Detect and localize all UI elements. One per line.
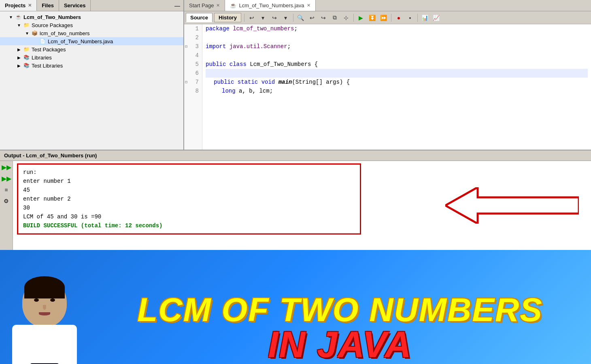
tree-item-java-file[interactable]: 📄 Lcm_of_Two_Numbers.java xyxy=(0,37,183,45)
person-nose xyxy=(43,305,46,310)
history-tab[interactable]: History xyxy=(214,13,241,22)
kw-public-2: public xyxy=(214,79,238,85)
kw-void: void xyxy=(261,79,278,85)
project-tree: ▼ ☕ Lcm_of_Two_Numbers ▼ 📁 Source Packag… xyxy=(0,11,183,150)
output-text-val1: 45 xyxy=(23,187,30,193)
toggle-libraries-icon[interactable]: ▶ xyxy=(16,55,22,60)
tree-item-libraries[interactable]: ▶ 📚 Libraries xyxy=(0,53,183,61)
ide-area: Projects ✕ Files Services — ▼ ☕ Lcm_of_T… xyxy=(0,0,591,150)
toolbar-run2-btn[interactable]: ⏬ xyxy=(367,13,378,23)
run-icon: ▶ xyxy=(359,15,363,21)
output-text-prompt1: enter number 1 xyxy=(23,178,71,184)
tab-java-file[interactable]: ☕ Lcm_of_Two_Numbers.java ✕ xyxy=(225,0,315,11)
svg-marker-0 xyxy=(445,187,579,224)
pkg-name: lcm_of_two_numbers xyxy=(233,25,294,32)
toggle-project-icon[interactable]: ▼ xyxy=(8,14,14,20)
toolbar-back-btn[interactable]: ↩ xyxy=(247,13,257,23)
tree-item-project[interactable]: ▼ ☕ Lcm_of_Two_Numbers xyxy=(0,13,183,21)
fold-icon-3[interactable]: ⊟ xyxy=(185,44,187,49)
code-area[interactable]: 1 2 ⊟3 4 5 6 ⊟7 8 package lcm_of_two_num… xyxy=(184,24,591,150)
tab-projects[interactable]: Projects ✕ xyxy=(0,0,37,11)
toolbar-run-btn[interactable]: ▶ xyxy=(356,13,366,23)
toggle-package-icon[interactable]: ▼ xyxy=(24,30,30,36)
editor-tabs: Start Page ✕ ☕ Lcm_of_Two_Numbers.java ✕ xyxy=(184,0,591,11)
toggle-file-icon xyxy=(32,38,38,44)
output-panel: Output - Lcm_of_Two_Numbers (run) ▶▶ ▶▶ … xyxy=(0,150,591,250)
output-settings-btn[interactable]: ⚙ xyxy=(2,197,11,205)
toolbar-separator-3 xyxy=(353,14,354,22)
person-eyes xyxy=(28,298,61,302)
toolbar-forward-btn[interactable]: ▾ xyxy=(258,13,268,23)
package-icon: 📦 xyxy=(31,30,38,36)
output-text-lcm: LCM of 45 and 30 is =90 xyxy=(23,214,101,220)
toggle-source-icon[interactable]: ▼ xyxy=(16,22,22,28)
toolbar-pause-btn[interactable]: ▪ xyxy=(405,13,415,23)
chart-icon: 📊 xyxy=(421,15,428,21)
panel-minimize-button[interactable]: — xyxy=(171,0,183,11)
code-editor-content[interactable]: package lcm_of_two_numbers; import java.… xyxy=(202,24,591,150)
tab-files[interactable]: Files xyxy=(37,0,59,11)
banner-text-area: LCM OF TWO NUMBERS IN JAVA FREE DOWNLOAD… xyxy=(89,285,591,364)
toolbar-fwd-arrow-btn[interactable]: ▾ xyxy=(281,13,291,23)
toggle-test-libraries-icon[interactable]: ▶ xyxy=(16,63,22,68)
source-tab[interactable]: Source xyxy=(186,13,213,22)
output-run-btn[interactable]: ▶▶ xyxy=(2,163,11,171)
tree-label-test-packages: Test Packages xyxy=(32,47,66,53)
method-main: main xyxy=(278,79,292,85)
run2-all-icon: ▶▶ xyxy=(2,175,11,182)
tree-label-source-packages: Source Packages xyxy=(32,22,73,28)
select-icon: ⊹ xyxy=(344,15,349,21)
output-sidebar: ▶▶ ▶▶ ■ ⚙ xyxy=(0,161,13,250)
tree-item-source-packages[interactable]: ▼ 📁 Source Packages xyxy=(0,21,183,29)
red-arrow xyxy=(445,187,579,224)
output-line-val1: 45 xyxy=(23,186,355,195)
toolbar-run3-btn[interactable]: ⏩ xyxy=(378,13,389,23)
tree-item-package[interactable]: ▼ 📦 lcm_of_two_numbers xyxy=(0,29,183,37)
toolbar-undo-btn[interactable]: ↩ xyxy=(307,13,317,23)
code-line-6 xyxy=(206,69,588,78)
fold-icon-7[interactable]: ⊟ xyxy=(185,80,187,85)
java-file-tab-icon: ☕ xyxy=(230,2,236,8)
output-line-run: run: xyxy=(23,168,355,177)
test-packages-icon: 📁 xyxy=(23,46,30,53)
toolbar-select-btn[interactable]: ⊹ xyxy=(341,13,351,23)
output-stop-btn[interactable]: ■ xyxy=(2,185,11,194)
close-java-file-icon[interactable]: ✕ xyxy=(307,3,310,8)
close-projects-icon[interactable]: ✕ xyxy=(28,3,32,8)
line-num-1: 1 xyxy=(184,24,202,33)
tree-label-test-libraries: Test Libraries xyxy=(32,63,63,69)
person-body: IT SOURCECODE FREE PROJECTS WITH SOURCE … xyxy=(12,325,77,364)
toolbar-stop-btn[interactable]: ● xyxy=(393,13,404,23)
toolbar-forward2-btn[interactable]: ↪ xyxy=(269,13,280,23)
toolbar-chart2-btn[interactable]: 📈 xyxy=(431,13,442,23)
toolbar-separator-4 xyxy=(391,14,391,22)
toolbar-search-btn[interactable]: 🔍 xyxy=(296,13,306,23)
code-line-4 xyxy=(206,51,588,60)
line-num-6: 6 xyxy=(184,69,202,78)
line-num-5: 5 xyxy=(184,60,202,69)
line-numbers: 1 2 ⊟3 4 5 6 ⊟7 8 xyxy=(184,24,202,150)
output-run2-btn[interactable]: ▶▶ xyxy=(2,174,11,183)
tree-item-test-packages[interactable]: ▶ 📁 Test Packages xyxy=(0,45,183,53)
fwd-arrow-icon: ▾ xyxy=(284,15,287,21)
output-header: Output - Lcm_of_Two_Numbers (run) xyxy=(0,150,591,161)
panel-tabs: Projects ✕ Files Services — xyxy=(0,0,183,11)
toolbar-copy-btn[interactable]: ⧉ xyxy=(330,13,340,23)
main-params: (String[] args) { xyxy=(292,79,350,85)
toolbar-redo-btn[interactable]: ↪ xyxy=(318,13,329,23)
close-start-page-icon[interactable]: ✕ xyxy=(216,3,220,8)
tab-start-page[interactable]: Start Page ✕ xyxy=(184,0,225,11)
kw-static: static xyxy=(238,79,261,85)
java-file-icon: 📄 xyxy=(39,38,46,44)
tree-label-libraries: Libraries xyxy=(32,55,52,61)
tab-services[interactable]: Services xyxy=(59,0,91,11)
kw-package: package xyxy=(206,25,233,32)
undo-icon: ↩ xyxy=(310,15,315,21)
tree-item-test-libraries[interactable]: ▶ 📚 Test Libraries xyxy=(0,61,183,70)
toggle-test-packages-icon[interactable]: ▶ xyxy=(16,47,22,52)
toolbar-chart-btn[interactable]: 📊 xyxy=(420,13,430,23)
stop-output-icon: ■ xyxy=(4,186,8,193)
search-icon: 🔍 xyxy=(297,15,304,21)
source-packages-icon: 📁 xyxy=(23,22,30,28)
line-num-2: 2 xyxy=(184,33,202,42)
